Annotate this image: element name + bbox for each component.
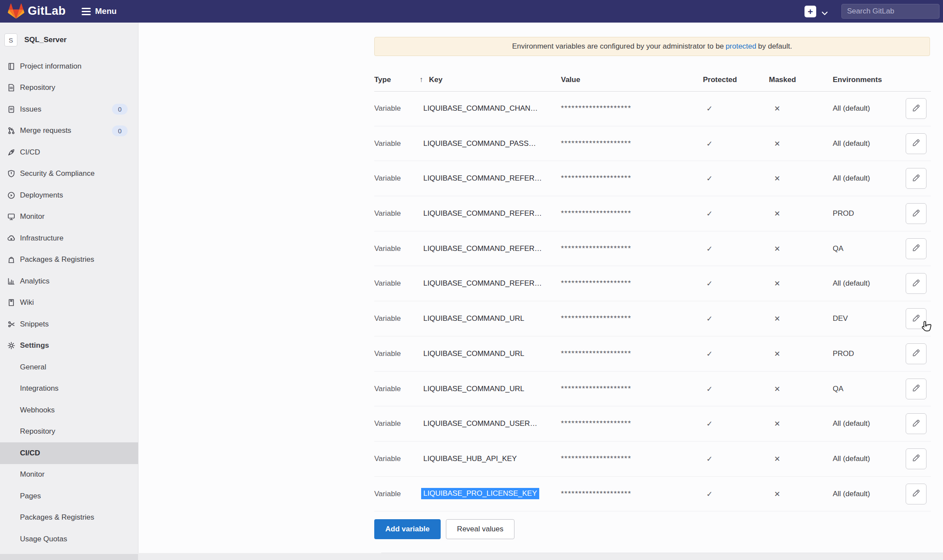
variable-type: Variable [374,139,401,148]
edit-variable-button[interactable] [906,413,927,434]
variable-key: LIQUIBASE_COMMAND_REFER… [423,209,542,218]
sidebar-item-deployments[interactable]: Deployments [0,184,138,206]
sidebar-item-label: Monitor [20,470,45,479]
sidebar-item-general-sub[interactable]: General [0,356,138,378]
new-item-button[interactable]: + [805,6,816,17]
variable-environments: QA [833,244,844,253]
search-input[interactable] [842,4,939,18]
variables-table-body: VariableLIQUIBASE_COMMAND_CHAN…*********… [374,91,931,511]
sidebar-item-packages-registries-sub[interactable]: Packages & Registries [0,507,138,529]
deployments-icon [6,191,16,200]
masked-x-icon: ✕ [768,314,786,323]
pencil-icon [912,489,920,499]
sidebar-item-repository-sub[interactable]: Repository [0,421,138,443]
column-header-key[interactable]: Key [429,76,442,84]
variable-key: LIQUIBASE_COMMAND_REFER… [423,174,542,183]
masked-x-icon: ✕ [768,209,786,218]
variable-key: LIQUIBASE_HUB_API_KEY [423,455,517,463]
variable-environments: All (default) [833,104,870,113]
sidebar-item-settings[interactable]: Settings [0,335,138,357]
variable-type: Variable [374,455,401,463]
protected-check-icon: ✓ [701,349,718,359]
sidebar-item-snippets[interactable]: Snippets [0,313,138,335]
variable-type: Variable [374,419,401,428]
variable-row: VariableLIQUIBASE_PRO_LICENSE_KEY*******… [374,477,931,512]
sidebar-item-project-information[interactable]: Project information [0,56,138,77]
variable-environments: All (default) [833,139,870,148]
edit-variable-button[interactable] [906,484,927,504]
protected-check-icon: ✓ [701,490,718,499]
sidebar-item-infrastructure[interactable]: Infrastructure [0,227,138,249]
protected-link[interactable]: protected [725,42,756,51]
variable-masked-value: ******************** [561,244,631,253]
edit-variable-button[interactable] [906,133,927,154]
edit-variable-button[interactable] [906,238,927,259]
protected-check-icon: ✓ [701,385,718,394]
edit-variable-button[interactable] [906,448,927,469]
variables-table-header: Type ↑ Key Value Protected Masked Enviro… [374,69,931,92]
edit-variable-button[interactable] [906,308,927,329]
sidebar-item-integrations-sub[interactable]: Integrations [0,378,138,400]
variable-row: VariableLIQUIBASE_COMMAND_USER…*********… [374,406,931,441]
protected-check-icon: ✓ [701,139,718,148]
sidebar-item-label: Pages [20,492,41,501]
sidebar-item-usage-quotas-sub[interactable]: Usage Quotas [0,528,138,550]
masked-x-icon: ✕ [768,349,786,359]
gitlab-wordmark: GitLab [28,4,66,18]
variable-row: VariableLIQUIBASE_COMMAND_URL***********… [374,301,931,336]
sidebar-item-label: Repository [20,427,55,436]
variable-masked-value: ******************** [561,174,631,183]
chevron-down-icon[interactable] [821,10,828,17]
pencil-icon [912,174,920,184]
column-header-value: Value [561,76,580,84]
sidebar-item-wiki[interactable]: Wiki [0,292,138,314]
column-header-type: Type [374,76,391,84]
pencil-icon [912,104,920,114]
wiki-icon [6,298,16,307]
sidebar-item-ci-cd-sub[interactable]: CI/CD [0,442,138,464]
edit-variable-button[interactable] [906,98,927,119]
edit-variable-button[interactable] [906,273,927,294]
variable-type: Variable [374,279,401,288]
edit-variable-button[interactable] [906,343,927,364]
sidebar-item-packages-registries[interactable]: Packages & Registries [0,249,138,271]
add-variable-button[interactable]: Add variable [374,519,441,539]
variable-key: LIQUIBASE_COMMAND_URL [423,385,524,393]
edit-variable-button[interactable] [906,168,927,189]
reveal-values-button[interactable]: Reveal values [446,519,514,539]
variable-row: VariableLIQUIBASE_COMMAND_URL***********… [374,372,931,407]
pencil-icon [912,384,920,394]
sidebar-nav: Project informationRepositoryIssues0Merg… [0,56,138,550]
sidebar-item-merge-requests[interactable]: Merge requests0 [0,120,138,142]
variable-masked-value: ******************** [561,385,631,393]
sidebar-item-monitor-sub[interactable]: Monitor [0,464,138,486]
sidebar-item-label: CI/CD [20,449,40,458]
sidebar-item-issues[interactable]: Issues0 [0,99,138,120]
variable-row: VariableLIQUIBASE_COMMAND_CHAN…*********… [374,91,931,126]
gitlab-tanuki-logo-icon[interactable] [8,3,24,20]
sidebar-item-analytics[interactable]: Analytics [0,270,138,292]
sidebar-item-pages-sub[interactable]: Pages [0,485,138,507]
protected-check-icon: ✓ [701,314,718,323]
menu-button[interactable]: Menu [82,5,117,17]
sidebar-item-security-compliance[interactable]: Security & Compliance [0,163,138,185]
sidebar-item-monitor[interactable]: Monitor [0,206,138,228]
sort-ascending-icon[interactable]: ↑ [419,76,423,84]
sidebar-item-repository[interactable]: Repository [0,77,138,99]
project-header[interactable]: S SQL_Server [4,33,138,47]
variable-type: Variable [374,209,401,218]
variable-key: LIQUIBASE_COMMAND_REFER… [423,244,542,253]
variable-type: Variable [374,490,401,498]
edit-variable-button[interactable] [906,379,927,399]
variable-masked-value: ******************** [561,209,631,218]
edit-variable-button[interactable] [906,203,927,224]
variable-masked-value: ******************** [561,314,631,323]
page-bottom-strip [138,553,943,560]
protected-check-icon: ✓ [701,244,718,254]
project-name: SQL_Server [24,36,66,44]
variable-key: LIQUIBASE_COMMAND_URL [423,314,524,323]
packages-icon [6,255,16,264]
pencil-icon [912,244,920,254]
sidebar-item-webhooks-sub[interactable]: Webhooks [0,399,138,421]
sidebar-item-ci-cd[interactable]: CI/CD [0,142,138,163]
